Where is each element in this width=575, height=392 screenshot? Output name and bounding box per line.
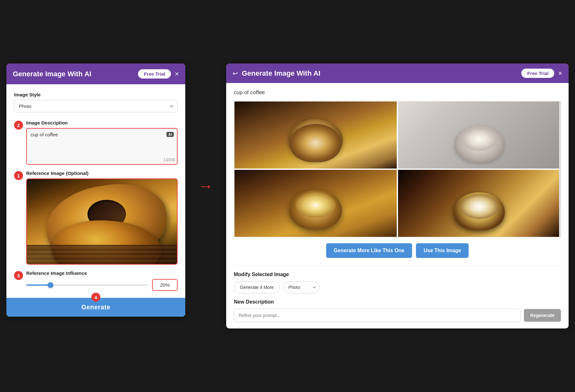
divider (234, 266, 561, 266)
right-header-left: ↩ Generate Image With AI (233, 69, 320, 78)
bagel-image (27, 179, 177, 264)
grid-cell-4[interactable] (398, 170, 560, 237)
regenerate-button[interactable]: Regenerate (524, 309, 561, 322)
left-panel: Generate Image With AI Free Trial × Imag… (6, 64, 185, 317)
latte-art-1 (295, 122, 336, 149)
step-4-badge: 4 (91, 293, 100, 302)
step-2-badge: 2 (14, 121, 23, 130)
scrollbar[interactable] (559, 101, 561, 237)
right-body: cup of coffee (226, 83, 569, 328)
image-style-label: Image Style (14, 92, 178, 97)
right-header: ↩ Generate Image With AI Free Trial × (226, 64, 569, 83)
prompt-display: cup of coffee (234, 89, 561, 96)
latte-art-3 (296, 192, 336, 218)
image-desc-label: Image Description (26, 120, 178, 125)
modify-style-select[interactable]: Photo Illustration (284, 281, 319, 293)
left-panel-title: Generate Image With AI (13, 70, 91, 78)
char-count: 13/200 (27, 156, 177, 164)
ref-image-box[interactable] (26, 178, 178, 265)
cup-1 (288, 119, 343, 161)
image-style-select[interactable]: Photo Illustration Painting (14, 100, 178, 112)
image-desc-wrap: cup of coffee AI 13/200 (26, 128, 178, 165)
step-3-badge: 3 (14, 271, 23, 280)
free-trial-badge-right[interactable]: Free Trial (521, 69, 554, 78)
coffee-image-4 (398, 170, 560, 237)
grid-cell-2[interactable] (398, 102, 560, 169)
modify-row: Generate 4 More Photo Illustration (234, 281, 561, 293)
modify-section: Modify Selected Image Generate 4 More Ph… (234, 272, 561, 293)
right-header-right: Free Trial × (521, 69, 562, 78)
arrow-icon: → (198, 178, 213, 194)
image-desc-text[interactable]: cup of coffee (31, 132, 164, 137)
right-panel-title: Generate Image With AI (242, 69, 320, 78)
right-panel: ↩ Generate Image With AI Free Trial × cu… (226, 64, 569, 328)
ref-image-label: Reference Image (Optional) (26, 170, 178, 176)
coffee-image-2 (398, 102, 560, 169)
grill-lines (27, 245, 177, 264)
left-header-right: Free Trial × (138, 69, 179, 79)
new-desc-section: New Description Regenerate (234, 299, 561, 322)
new-desc-input[interactable] (234, 309, 521, 322)
coffee-image-3 (234, 170, 397, 237)
arrow-divider: → (198, 64, 213, 194)
generate-more-button[interactable]: Generate More Like This One (326, 243, 412, 258)
new-desc-row: Regenerate (234, 309, 561, 322)
new-desc-title: New Description (234, 299, 561, 305)
free-trial-badge-left[interactable]: Free Trial (138, 69, 171, 79)
image-grid (234, 101, 561, 237)
use-image-button[interactable]: Use This Image (416, 243, 469, 258)
modify-title: Modify Selected Image (234, 272, 561, 277)
grid-cell-1[interactable] (234, 102, 397, 169)
close-button-right[interactable]: × (558, 70, 562, 77)
influence-value-display[interactable]: 20% (152, 279, 178, 291)
close-button-left[interactable]: × (175, 71, 179, 78)
latte-art-4 (460, 194, 498, 219)
step-1-badge: 1 (14, 171, 23, 180)
image-grid-container (234, 101, 561, 237)
latte-art-2 (461, 127, 498, 151)
coffee-image-1 (234, 102, 397, 169)
action-buttons: Generate More Like This One Use This Ima… (234, 243, 561, 258)
left-header: Generate Image With AI Free Trial × (6, 64, 185, 84)
influence-slider[interactable] (26, 282, 148, 288)
generate-4-more-button[interactable]: Generate 4 More (234, 281, 280, 293)
influence-label: Reference Image Influence (26, 270, 178, 276)
back-button[interactable]: ↩ (233, 70, 238, 77)
grid-cell-3[interactable] (234, 170, 397, 237)
ai-badge: AI (166, 132, 174, 137)
